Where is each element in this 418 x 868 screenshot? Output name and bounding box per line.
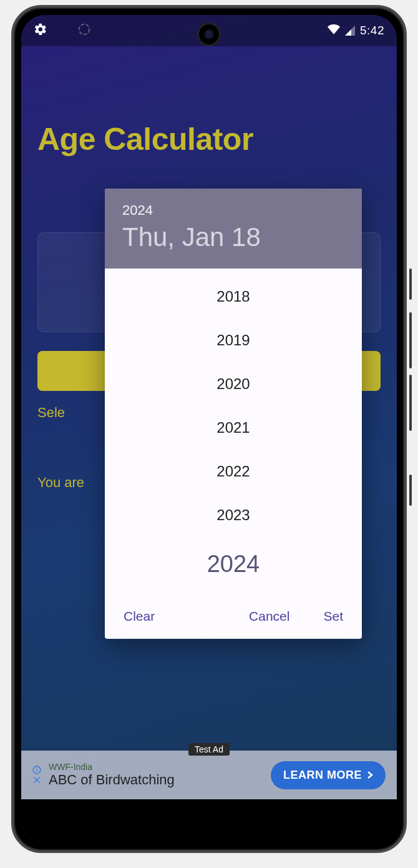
camera-notch xyxy=(197,22,221,46)
year-option[interactable]: 2020 xyxy=(216,362,250,406)
year-list[interactable]: 2018 2019 2020 2021 2022 2023 2024 xyxy=(105,269,362,600)
year-picker-dialog: 2024 Thu, Jan 18 2018 2019 2020 2021 202… xyxy=(105,189,362,639)
device-frame: 5:42 Age Calculator Sele You are Test Ad… xyxy=(11,5,407,853)
set-button[interactable]: Set xyxy=(323,609,343,624)
year-option[interactable]: 2018 xyxy=(216,275,250,318)
wifi-icon xyxy=(328,24,340,37)
svg-rect-3 xyxy=(36,768,37,769)
year-option[interactable]: 2023 xyxy=(216,493,250,537)
status-time: 5:42 xyxy=(360,24,384,37)
svg-rect-2 xyxy=(36,769,37,772)
navigation-bar xyxy=(21,799,397,843)
cellular-icon xyxy=(345,26,355,36)
ad-headline: ABC of Birdwatching xyxy=(49,772,263,788)
dialog-header-year[interactable]: 2024 xyxy=(122,202,344,219)
year-option[interactable]: 2022 xyxy=(216,450,250,493)
app-title: Age Calculator xyxy=(37,121,381,157)
dialog-header-date[interactable]: Thu, Jan 18 xyxy=(122,222,344,252)
ad-cta-label: LEARN MORE xyxy=(283,769,362,782)
dialog-actions: Clear Cancel Set xyxy=(105,600,362,639)
clear-button[interactable]: Clear xyxy=(124,609,155,624)
loading-icon xyxy=(77,22,91,39)
settings-icon xyxy=(34,22,47,39)
year-option[interactable]: 2021 xyxy=(216,406,250,450)
svg-point-0 xyxy=(79,24,90,34)
cancel-button[interactable]: Cancel xyxy=(249,609,289,624)
ad-badge: Test Ad xyxy=(188,743,230,756)
year-option-selected[interactable]: 2024 xyxy=(207,537,260,585)
dialog-header: 2024 Thu, Jan 18 xyxy=(105,189,362,269)
ad-banner[interactable]: Test Ad WWF-India ABC of Birdwatching LE… xyxy=(21,751,397,799)
year-option[interactable]: 2019 xyxy=(216,318,250,362)
ad-advertiser: WWF-India xyxy=(49,762,263,772)
screen: 5:42 Age Calculator Sele You are Test Ad… xyxy=(21,15,397,843)
ad-info-icons xyxy=(32,766,41,784)
ad-cta-button[interactable]: LEARN MORE xyxy=(271,761,386,789)
